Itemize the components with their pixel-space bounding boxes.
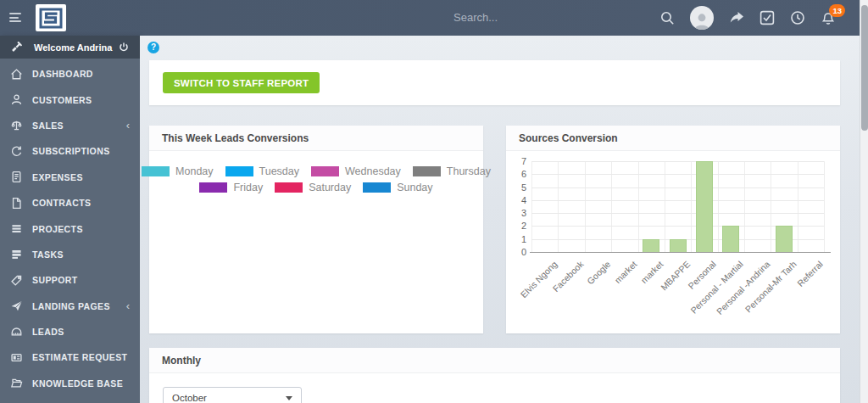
receipt-icon bbox=[10, 171, 24, 184]
legend-item-saturday[interactable]: Saturday bbox=[275, 182, 351, 193]
monthly-panel: Monthly October bbox=[149, 348, 840, 403]
y-axis-tick: 2 bbox=[506, 221, 526, 231]
home-icon bbox=[10, 67, 24, 81]
sidebar-item-support[interactable]: SUPPORT bbox=[0, 267, 140, 293]
customer-icon bbox=[10, 93, 24, 107]
search-input[interactable]: Search... bbox=[453, 11, 498, 24]
bar-personal-martial[interactable] bbox=[722, 226, 739, 252]
topbar: Search... bbox=[0, 0, 860, 36]
sidebar-item-label: LANDING PAGES bbox=[32, 301, 126, 311]
ticket-icon bbox=[10, 273, 24, 287]
scales-icon bbox=[10, 119, 24, 132]
estimate-icon bbox=[10, 350, 24, 364]
panel-title: Sources Conversion bbox=[519, 132, 618, 144]
avatar[interactable] bbox=[690, 6, 714, 30]
sidebar-welcome-row[interactable]: Welcome Andrina bbox=[0, 36, 140, 59]
month-select[interactable]: October bbox=[163, 387, 302, 403]
sidebar-item-expenses[interactable]: EXPENSES bbox=[0, 165, 140, 190]
crm-dashboard: Search... bbox=[0, 0, 868, 403]
sidebar-item-customers[interactable]: CUSTOMERS bbox=[0, 87, 140, 112]
legend-swatch bbox=[311, 166, 339, 176]
week-chart-legend: MondayTuesdayWednesdayThursdayFridaySatu… bbox=[149, 165, 483, 198]
x-axis-label: market bbox=[612, 259, 638, 285]
bar-market[interactable] bbox=[643, 239, 659, 252]
sidebar-item-label: DASHBOARD bbox=[32, 69, 130, 79]
legend-swatch bbox=[199, 182, 227, 193]
legend-swatch bbox=[413, 166, 441, 176]
welcome-label: Welcome Andrina bbox=[34, 42, 118, 53]
panel-title: Monthly bbox=[162, 355, 201, 367]
sidebar-item-label: LEADS bbox=[32, 327, 130, 337]
y-axis-tick: 4 bbox=[506, 195, 526, 205]
todo-check-icon[interactable] bbox=[760, 10, 775, 25]
sidebar-item-dashboard[interactable]: DASHBOARD bbox=[0, 61, 140, 87]
bar-mbappe[interactable] bbox=[670, 239, 687, 252]
switch-to-staff-report-button[interactable]: SWITCH TO STAFF REPORT bbox=[163, 72, 320, 93]
legend-swatch bbox=[275, 182, 303, 193]
help-icon[interactable]: ? bbox=[147, 42, 159, 53]
sidebar-item-label: SALES bbox=[32, 120, 126, 131]
scrollbar-thumb[interactable] bbox=[861, 5, 868, 131]
legend-item-wednesday[interactable]: Wednesday bbox=[311, 165, 401, 177]
month-select-value: October bbox=[172, 393, 286, 403]
legend-label: Saturday bbox=[309, 182, 351, 193]
legend-label: Sunday bbox=[397, 182, 432, 193]
legend-item-sunday[interactable]: Sunday bbox=[363, 182, 432, 193]
x-axis-label: Elvis Ngong bbox=[518, 259, 559, 299]
search-icon[interactable] bbox=[659, 10, 675, 25]
sidebar-item-label: KNOWLEDGE BASE bbox=[32, 378, 130, 389]
x-axis-label: Google bbox=[584, 259, 611, 286]
sidebar-item-knowledge-base[interactable]: KNOWLEDGE BASE bbox=[0, 371, 140, 396]
sidebar-item-landing-pages[interactable]: LANDING PAGES‹ bbox=[0, 294, 140, 319]
share-icon[interactable] bbox=[729, 10, 744, 25]
power-icon[interactable] bbox=[118, 41, 130, 54]
legend-item-friday[interactable]: Friday bbox=[199, 182, 263, 193]
report-switch-panel: SWITCH TO STAFF REPORT bbox=[149, 60, 840, 105]
gavel-icon bbox=[10, 41, 24, 54]
y-axis-tick: 6 bbox=[506, 169, 526, 179]
menu-toggle-icon[interactable] bbox=[9, 13, 21, 23]
sidebar-item-contracts[interactable]: CONTRACTS bbox=[0, 190, 140, 215]
sidebar-item-leads[interactable]: LEADS bbox=[0, 319, 140, 344]
sidebar-item-projects[interactable]: PROJECTS bbox=[0, 215, 140, 241]
file-icon bbox=[10, 196, 24, 210]
tasks-icon bbox=[10, 248, 24, 261]
y-axis-tick: 7 bbox=[506, 156, 526, 166]
notifications[interactable]: 13 bbox=[821, 10, 836, 25]
legend-item-thursday[interactable]: Thursday bbox=[413, 165, 491, 177]
legend-item-tuesday[interactable]: Tuesday bbox=[225, 165, 299, 177]
legend-label: Tuesday bbox=[259, 165, 299, 177]
sidebar-item-label: TASKS bbox=[32, 249, 130, 260]
chevron-left-icon: ‹ bbox=[126, 302, 130, 311]
chevron-left-icon: ‹ bbox=[126, 121, 130, 130]
legend-label: Friday bbox=[233, 182, 263, 193]
bar-personal-mr-tarh[interactable] bbox=[776, 226, 793, 252]
sidebar-item-tasks[interactable]: TASKS bbox=[0, 242, 140, 267]
sidebar-item-subscriptions[interactable]: SUBSCRIPTIONS bbox=[0, 138, 140, 164]
sidebar-menu: DASHBOARDCUSTOMERSSALES‹SUBSCRIPTIONSEXP… bbox=[0, 59, 140, 396]
sidebar-item-label: SUBSCRIPTIONS bbox=[32, 146, 130, 156]
vertical-scrollbar[interactable] bbox=[860, 0, 868, 403]
sidebar-item-label: ESTIMATE REQUEST bbox=[32, 352, 130, 362]
sidebar: Welcome Andrina DASHBOARDCUSTOMERSSALES‹… bbox=[0, 36, 140, 403]
sidebar-item-label: EXPENSES bbox=[32, 172, 130, 182]
sidebar-item-label: SUPPORT bbox=[32, 275, 130, 285]
legend-swatch bbox=[142, 166, 170, 176]
folder-icon bbox=[10, 377, 24, 390]
legend-swatch bbox=[225, 166, 253, 176]
sources-bar-chart: 01234567Elvis NgongFacebookGooglemarketm… bbox=[506, 151, 840, 333]
sidebar-item-estimate-request[interactable]: ESTIMATE REQUEST bbox=[0, 344, 140, 370]
x-axis-label: Referral bbox=[795, 259, 825, 288]
sidebar-item-sales[interactable]: SALES‹ bbox=[0, 113, 140, 138]
y-axis-tick: 5 bbox=[506, 182, 526, 193]
bar-personal[interactable] bbox=[696, 161, 713, 252]
refresh-icon bbox=[10, 144, 24, 158]
notification-count-badge: 13 bbox=[829, 4, 845, 17]
company-logo[interactable] bbox=[36, 4, 66, 31]
week-leads-conversions-panel: This Week Leads Conversions MondayTuesda… bbox=[149, 126, 483, 333]
sidebar-item-label: CONTRACTS bbox=[32, 198, 130, 208]
timer-icon[interactable] bbox=[790, 10, 805, 25]
legend-swatch bbox=[363, 182, 391, 193]
legend-item-monday[interactable]: Monday bbox=[142, 165, 213, 177]
y-axis-tick: 1 bbox=[506, 234, 526, 244]
